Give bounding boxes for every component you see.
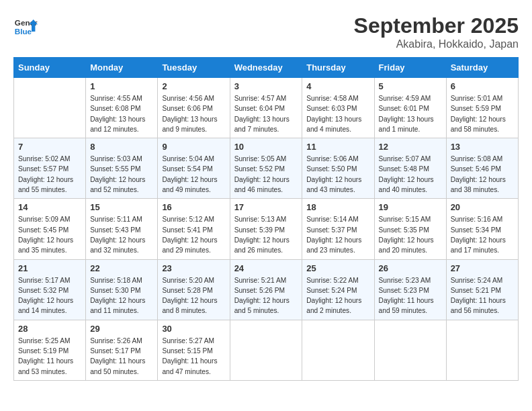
calendar-day-cell: 18Sunrise: 5:14 AMSunset: 5:37 PMDayligh… xyxy=(302,199,374,259)
calendar-day-cell: 14Sunrise: 5:09 AMSunset: 5:45 PMDayligh… xyxy=(14,199,86,259)
day-info: Sunrise: 5:07 AMSunset: 5:48 PMDaylight:… xyxy=(379,154,442,195)
day-info: Sunrise: 5:16 AMSunset: 5:34 PMDaylight:… xyxy=(451,214,514,255)
day-info: Sunrise: 5:20 AMSunset: 5:28 PMDaylight:… xyxy=(162,275,225,316)
day-number: 24 xyxy=(234,263,298,273)
svg-text:Blue: Blue xyxy=(15,27,32,36)
calendar-day-cell: 22Sunrise: 5:18 AMSunset: 5:30 PMDayligh… xyxy=(86,259,158,320)
calendar-day-cell: 11Sunrise: 5:06 AMSunset: 5:50 PMDayligh… xyxy=(302,138,374,199)
calendar-day-cell: 4Sunrise: 4:58 AMSunset: 6:03 PMDaylight… xyxy=(302,78,374,138)
day-number: 10 xyxy=(234,142,298,152)
day-info: Sunrise: 5:12 AMSunset: 5:41 PMDaylight:… xyxy=(162,214,225,255)
calendar-day-cell: 5Sunrise: 4:59 AMSunset: 6:01 PMDaylight… xyxy=(374,78,446,138)
weekday-header-cell: Friday xyxy=(374,58,446,78)
day-info: Sunrise: 5:21 AMSunset: 5:26 PMDaylight:… xyxy=(234,275,298,316)
calendar-day-cell: 1Sunrise: 4:55 AMSunset: 6:08 PMDaylight… xyxy=(86,78,158,138)
day-info: Sunrise: 5:09 AMSunset: 5:45 PMDaylight:… xyxy=(18,214,81,255)
day-info: Sunrise: 5:06 AMSunset: 5:50 PMDaylight:… xyxy=(306,154,369,195)
calendar-day-cell: 9Sunrise: 5:04 AMSunset: 5:54 PMDaylight… xyxy=(158,138,230,199)
calendar-week-row: 1Sunrise: 4:55 AMSunset: 6:08 PMDaylight… xyxy=(14,78,519,138)
calendar-day-cell: 30Sunrise: 5:27 AMSunset: 5:15 PMDayligh… xyxy=(158,320,230,380)
day-number: 17 xyxy=(234,202,298,212)
calendar-day-cell: 24Sunrise: 5:21 AMSunset: 5:26 PMDayligh… xyxy=(230,259,302,320)
calendar-day-cell: 16Sunrise: 5:12 AMSunset: 5:41 PMDayligh… xyxy=(158,199,230,259)
day-number: 3 xyxy=(234,81,298,91)
day-number: 21 xyxy=(18,263,81,273)
calendar-day-cell: 8Sunrise: 5:03 AMSunset: 5:55 PMDaylight… xyxy=(86,138,158,199)
calendar-day-cell xyxy=(446,320,518,380)
day-number: 15 xyxy=(90,202,153,212)
day-number: 29 xyxy=(90,324,153,334)
weekday-header-cell: Thursday xyxy=(302,58,374,78)
day-info: Sunrise: 5:11 AMSunset: 5:43 PMDaylight:… xyxy=(90,214,153,255)
day-info: Sunrise: 5:13 AMSunset: 5:39 PMDaylight:… xyxy=(234,214,298,255)
day-info: Sunrise: 5:24 AMSunset: 5:21 PMDaylight:… xyxy=(451,275,514,316)
day-number: 27 xyxy=(451,263,514,273)
day-info: Sunrise: 4:55 AMSunset: 6:08 PMDaylight:… xyxy=(90,93,153,134)
calendar-day-cell: 15Sunrise: 5:11 AMSunset: 5:43 PMDayligh… xyxy=(86,199,158,259)
calendar-day-cell: 21Sunrise: 5:17 AMSunset: 5:32 PMDayligh… xyxy=(14,259,86,320)
calendar-day-cell: 3Sunrise: 4:57 AMSunset: 6:04 PMDaylight… xyxy=(230,78,302,138)
calendar-day-cell: 26Sunrise: 5:23 AMSunset: 5:23 PMDayligh… xyxy=(374,259,446,320)
calendar-day-cell xyxy=(14,78,86,138)
calendar-day-cell xyxy=(374,320,446,380)
logo-icon: General Blue xyxy=(13,13,38,38)
weekday-header-cell: Tuesday xyxy=(158,58,230,78)
day-number: 19 xyxy=(379,202,442,212)
day-info: Sunrise: 5:17 AMSunset: 5:32 PMDaylight:… xyxy=(18,275,81,316)
day-number: 9 xyxy=(162,142,225,152)
day-info: Sunrise: 4:58 AMSunset: 6:03 PMDaylight:… xyxy=(306,93,369,134)
day-number: 16 xyxy=(162,202,225,212)
calendar-day-cell: 19Sunrise: 5:15 AMSunset: 5:35 PMDayligh… xyxy=(374,199,446,259)
day-number: 30 xyxy=(162,324,225,334)
day-info: Sunrise: 5:26 AMSunset: 5:17 PMDaylight:… xyxy=(90,336,153,377)
day-info: Sunrise: 5:08 AMSunset: 5:46 PMDaylight:… xyxy=(451,154,514,195)
calendar-day-cell xyxy=(302,320,374,380)
calendar-day-cell: 17Sunrise: 5:13 AMSunset: 5:39 PMDayligh… xyxy=(230,199,302,259)
day-number: 13 xyxy=(451,142,514,152)
day-number: 23 xyxy=(162,263,225,273)
weekday-header-cell: Saturday xyxy=(446,58,518,78)
day-number: 22 xyxy=(90,263,153,273)
calendar-day-cell: 25Sunrise: 5:22 AMSunset: 5:24 PMDayligh… xyxy=(302,259,374,320)
day-info: Sunrise: 4:57 AMSunset: 6:04 PMDaylight:… xyxy=(234,93,298,134)
calendar-day-cell: 12Sunrise: 5:07 AMSunset: 5:48 PMDayligh… xyxy=(374,138,446,199)
calendar-day-cell: 20Sunrise: 5:16 AMSunset: 5:34 PMDayligh… xyxy=(446,199,518,259)
calendar-week-row: 28Sunrise: 5:25 AMSunset: 5:19 PMDayligh… xyxy=(14,320,519,380)
page-header: General Blue September 2025 Akabira, Hok… xyxy=(13,13,519,50)
calendar-day-cell: 7Sunrise: 5:02 AMSunset: 5:57 PMDaylight… xyxy=(14,138,86,199)
calendar-table: SundayMondayTuesdayWednesdayThursdayFrid… xyxy=(13,57,519,381)
weekday-header-cell: Monday xyxy=(86,58,158,78)
calendar-day-cell: 2Sunrise: 4:56 AMSunset: 6:06 PMDaylight… xyxy=(158,78,230,138)
day-number: 12 xyxy=(379,142,442,152)
day-number: 1 xyxy=(90,81,153,91)
calendar-day-cell: 23Sunrise: 5:20 AMSunset: 5:28 PMDayligh… xyxy=(158,259,230,320)
day-info: Sunrise: 5:14 AMSunset: 5:37 PMDaylight:… xyxy=(306,214,369,255)
day-info: Sunrise: 5:23 AMSunset: 5:23 PMDaylight:… xyxy=(379,275,442,316)
day-info: Sunrise: 5:15 AMSunset: 5:35 PMDaylight:… xyxy=(379,214,442,255)
calendar-week-row: 21Sunrise: 5:17 AMSunset: 5:32 PMDayligh… xyxy=(14,259,519,320)
logo: General Blue xyxy=(13,13,38,38)
day-number: 18 xyxy=(306,202,369,212)
calendar-day-cell: 13Sunrise: 5:08 AMSunset: 5:46 PMDayligh… xyxy=(446,138,518,199)
day-number: 14 xyxy=(18,202,81,212)
calendar-day-cell: 29Sunrise: 5:26 AMSunset: 5:17 PMDayligh… xyxy=(86,320,158,380)
day-number: 11 xyxy=(306,142,369,152)
day-info: Sunrise: 5:05 AMSunset: 5:52 PMDaylight:… xyxy=(234,154,298,195)
day-info: Sunrise: 5:25 AMSunset: 5:19 PMDaylight:… xyxy=(18,336,81,377)
day-number: 8 xyxy=(90,142,153,152)
calendar-week-row: 7Sunrise: 5:02 AMSunset: 5:57 PMDaylight… xyxy=(14,138,519,199)
day-number: 25 xyxy=(306,263,369,273)
day-number: 20 xyxy=(451,202,514,212)
calendar-day-cell xyxy=(230,320,302,380)
day-number: 5 xyxy=(379,81,442,91)
calendar-day-cell: 27Sunrise: 5:24 AMSunset: 5:21 PMDayligh… xyxy=(446,259,518,320)
weekday-header-row: SundayMondayTuesdayWednesdayThursdayFrid… xyxy=(14,58,519,78)
day-number: 4 xyxy=(306,81,369,91)
location-title: Akabira, Hokkaido, Japan xyxy=(354,38,519,50)
month-title: September 2025 xyxy=(354,13,519,38)
day-info: Sunrise: 5:02 AMSunset: 5:57 PMDaylight:… xyxy=(18,154,81,195)
weekday-header-cell: Sunday xyxy=(14,58,86,78)
day-info: Sunrise: 5:01 AMSunset: 5:59 PMDaylight:… xyxy=(451,93,514,134)
day-info: Sunrise: 4:56 AMSunset: 6:06 PMDaylight:… xyxy=(162,93,225,134)
day-info: Sunrise: 4:59 AMSunset: 6:01 PMDaylight:… xyxy=(379,93,442,134)
